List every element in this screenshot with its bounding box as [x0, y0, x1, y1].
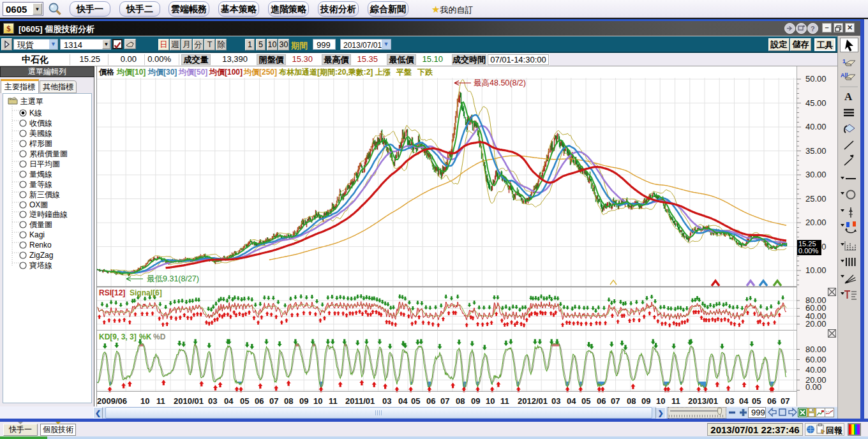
svg-text:07: 07 — [611, 396, 620, 406]
svg-text:40.00: 40.00 — [805, 122, 827, 131]
svg-text:80.00: 80.00 — [805, 345, 827, 354]
svg-text:2009/06: 2009/06 — [97, 396, 127, 406]
svg-text:平盤: 平盤 — [396, 68, 412, 77]
svg-text:?: ? — [811, 25, 815, 33]
svg-text:10: 10 — [313, 396, 322, 406]
svg-text:最高48.50(8/2): 最高48.50(8/2) — [474, 78, 526, 87]
svg-text:30.00: 30.00 — [805, 170, 827, 179]
svg-text:2011/01: 2011/01 — [345, 396, 375, 406]
svg-text:最低9.31(8/27): 最低9.31(8/27) — [147, 274, 199, 283]
svg-text:20.00: 20.00 — [805, 319, 827, 329]
svg-text:均價[30]: 均價[30] — [147, 68, 177, 77]
svg-text:07: 07 — [781, 396, 789, 406]
svg-text:04: 04 — [224, 396, 234, 406]
svg-text:05: 05 — [240, 396, 249, 406]
svg-text:均價[50]: 均價[50] — [178, 68, 207, 77]
svg-text:05: 05 — [752, 396, 761, 406]
svg-text:2012/01: 2012/01 — [518, 396, 548, 406]
svg-text:11: 11 — [156, 396, 165, 406]
svg-text:08: 08 — [627, 396, 636, 406]
svg-text:下跌: 下跌 — [417, 68, 433, 77]
svg-text:10: 10 — [140, 396, 149, 406]
svg-text:03: 03 — [725, 396, 734, 406]
svg-text:40.00: 40.00 — [805, 365, 827, 375]
svg-text:08: 08 — [456, 396, 465, 406]
svg-text:03: 03 — [551, 396, 560, 406]
svg-text:35.00: 35.00 — [805, 146, 827, 156]
svg-text:07: 07 — [440, 396, 449, 406]
svg-text:均價[250]: 均價[250] — [243, 68, 277, 77]
svg-text:60.00: 60.00 — [805, 355, 827, 364]
svg-text:布林加通道[期間:20,乘數:2]: 布林加通道[期間:20,乘數:2] — [278, 68, 373, 77]
svg-text:05: 05 — [411, 396, 420, 406]
svg-text:2013/01: 2013/01 — [688, 396, 718, 406]
svg-text:03: 03 — [382, 396, 391, 406]
svg-text:45.00: 45.00 — [805, 98, 827, 108]
svg-text:06: 06 — [767, 396, 776, 406]
svg-text:06: 06 — [426, 396, 435, 406]
svg-text:11: 11 — [671, 396, 680, 406]
svg-text:0.00%: 0.00% — [798, 247, 818, 255]
svg-text:08: 08 — [284, 396, 293, 406]
svg-text:Signal[6]: Signal[6] — [130, 288, 162, 297]
svg-text:價格: 價格 — [98, 68, 114, 77]
svg-text:20.00: 20.00 — [805, 218, 827, 227]
svg-text:A: A — [844, 91, 853, 103]
svg-text:09: 09 — [471, 396, 480, 406]
svg-text:09: 09 — [299, 396, 308, 406]
svg-text:2010/01: 2010/01 — [174, 396, 204, 406]
svg-text:RSI[12]: RSI[12] — [99, 288, 125, 297]
svg-text:09: 09 — [641, 396, 650, 406]
svg-text:07: 07 — [269, 396, 278, 406]
svg-text:04: 04 — [567, 396, 576, 406]
svg-text:%K: %K — [139, 332, 152, 341]
svg-text:%D: %D — [153, 332, 166, 341]
svg-text:均價[100]: 均價[100] — [209, 68, 243, 77]
svg-text:均價[10]: 均價[10] — [116, 68, 146, 77]
svg-text:04: 04 — [739, 396, 749, 406]
svg-text:11: 11 — [329, 396, 338, 406]
svg-text:03: 03 — [208, 396, 217, 406]
svg-text:11: 11 — [500, 396, 509, 406]
svg-text:04: 04 — [398, 396, 408, 406]
svg-text:上漲: 上漲 — [375, 68, 391, 77]
svg-text:05: 05 — [581, 396, 590, 406]
svg-text:06: 06 — [255, 396, 264, 406]
svg-text:0.00: 0.00 — [805, 382, 821, 392]
svg-text:10.00: 10.00 — [805, 265, 827, 275]
svg-text:25.00: 25.00 — [805, 194, 827, 204]
svg-text:10: 10 — [486, 396, 495, 406]
svg-text:06: 06 — [597, 396, 606, 406]
svg-text:KD[9, 3, 3]: KD[9, 3, 3] — [99, 332, 137, 341]
svg-text:10: 10 — [656, 396, 665, 406]
svg-text:50.00: 50.00 — [805, 74, 827, 84]
